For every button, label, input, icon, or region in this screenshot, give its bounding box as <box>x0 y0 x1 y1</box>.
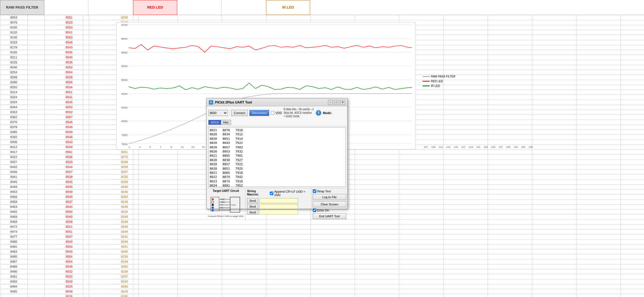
table-row: 8554 <box>55 70 83 75</box>
table-row: 8243 <box>111 289 138 294</box>
svg-text:1: 1 <box>129 146 130 148</box>
vdd-label: VDD <box>275 111 282 115</box>
table-row: 8228 <box>111 199 138 204</box>
table-row: 8268 <box>111 239 138 244</box>
table-row: 8378 <box>0 125 27 130</box>
table-row: 8533 <box>55 159 83 164</box>
table-row: 8549 <box>55 125 83 130</box>
disconnect-button[interactable]: Disconnect <box>249 110 269 116</box>
header-red-led: RED LED <box>133 0 177 15</box>
table-row: 8249 <box>111 229 138 234</box>
uart-info-text: 8 data bits - No parity - 1 Stop bit. AS… <box>284 107 314 118</box>
table-row: 8344 <box>0 105 27 110</box>
table-row: 8558 <box>55 219 83 224</box>
uart-toolbar: 9600 1200 2400 4800 19200 38400 57600 11… <box>207 106 347 126</box>
list-item: 802080537932 <box>210 149 344 154</box>
legend-red-line <box>423 81 430 82</box>
macro-input-3[interactable] <box>259 210 298 215</box>
table-row: 8545 <box>55 100 83 105</box>
table-row: 8120 <box>0 30 27 35</box>
table-row: 8234 <box>111 209 138 214</box>
table-row: 8268 <box>0 75 27 80</box>
uart-title-icon: P <box>209 100 213 105</box>
table-row: 8076 <box>0 20 27 25</box>
macro-send-3[interactable]: Send <box>247 210 258 215</box>
table-row: 8532 <box>55 274 83 279</box>
svg-point-43 <box>212 204 214 206</box>
table-row: 8554 <box>55 259 83 264</box>
svg-point-41 <box>212 198 214 200</box>
svg-text:8000: 8000 <box>121 120 128 123</box>
svg-text:8100: 8100 <box>121 106 128 109</box>
table-row: 8265 <box>111 294 138 297</box>
svg-text:8200: 8200 <box>121 92 128 95</box>
table-row: 8230 <box>111 254 138 259</box>
x-axis-right-labels: 1071091111131151171191211231251271291311… <box>424 146 533 148</box>
chart-legend: RAW PASS FILTER RED LED IR LED <box>423 75 455 89</box>
help-button[interactable]: ? <box>316 110 321 116</box>
svg-point-45 <box>212 209 214 211</box>
table-row: 8485 <box>0 254 27 259</box>
table-row: 8259 <box>111 164 138 169</box>
table-row: 8494 <box>0 284 27 289</box>
svg-point-44 <box>212 206 214 209</box>
table-row: 8535 <box>55 50 83 55</box>
exit-uart-button[interactable]: Exit UART Tool <box>313 213 346 219</box>
echo-on-checkbox[interactable] <box>313 208 316 212</box>
uart-maximize-button[interactable]: □ <box>334 100 339 105</box>
macro-send-1[interactable]: Send <box>247 198 258 203</box>
clear-screen-button[interactable]: Clear Screen <box>313 201 346 207</box>
table-row: 8353 <box>0 110 27 115</box>
table-row: 8249 <box>111 224 138 229</box>
macro-input-1[interactable] <box>259 198 298 203</box>
svg-text:7800: 7800 <box>121 143 128 146</box>
table-row: 8536 <box>55 154 83 159</box>
red-led-label: RED LED <box>147 5 163 9</box>
circuit-bottom-text: Connect PICkit 2 VDD & target VDD. <box>208 215 244 218</box>
list-item: 802080577903 <box>210 145 344 149</box>
table-row: 8540 <box>55 239 83 244</box>
table-row: 8534 <box>55 85 83 90</box>
table-row: 8489 <box>0 264 27 269</box>
table-row: 8537 <box>55 199 83 204</box>
table-row: 8469 <box>0 219 27 224</box>
ascii-mode-button[interactable]: ASCII <box>209 120 221 125</box>
uart-minimize-button[interactable]: – <box>328 100 333 105</box>
table-row: 8053 <box>0 15 27 20</box>
list-item: 802080387927 <box>210 158 344 162</box>
macro-input-2[interactable] <box>259 204 298 209</box>
append-crlf-text: Append CR+LF (x0D + x0A) <box>274 190 310 197</box>
baud-rate-select[interactable]: 9600 1200 2400 4800 19200 38400 57600 11… <box>208 110 228 116</box>
uart-title-text: PICkit 2Plus UART Tool <box>215 100 252 104</box>
table-row: 8477 <box>0 234 27 239</box>
string-macros-label: String Macros: <box>247 189 267 196</box>
append-crlf-checkbox[interactable] <box>270 192 273 195</box>
table-row: 8468 <box>0 214 27 219</box>
legend-ir-line <box>423 86 430 86</box>
list-item: 802080517914 <box>210 137 344 141</box>
table-row: 8547 <box>55 234 83 239</box>
table-row: 8422 <box>0 154 27 159</box>
table-row: 8546 <box>55 120 83 125</box>
table-row: 8195 <box>0 50 27 55</box>
table-row: 8528 <box>55 75 83 80</box>
log-to-file-button[interactable]: Log to File <box>313 194 346 200</box>
uart-close-button[interactable]: ✕ <box>340 100 345 105</box>
table-row: 8265 <box>111 264 138 269</box>
vdd-checkbox[interactable] <box>271 111 274 115</box>
table-row: 8543 <box>55 45 83 50</box>
wrap-text-checkbox[interactable] <box>313 189 316 193</box>
uart-macros-panel: String Macros: Append CR+LF (x0D + x0A) … <box>245 188 311 221</box>
spreadsheet: RAW PASS FILTER RED LED IR LED 805380768… <box>0 0 644 297</box>
table-row: 8551 <box>55 90 83 95</box>
hex-mode-button[interactable]: Hex <box>221 120 231 125</box>
list-item: 802180787918 <box>210 128 344 132</box>
table-row: 8540 <box>55 279 83 284</box>
table-row: 8553 <box>55 35 83 40</box>
table-row: 8417 <box>0 149 27 154</box>
ir-led-label: IR LED <box>282 5 294 9</box>
macro-send-2[interactable]: Send <box>247 204 258 209</box>
table-row: 8540 <box>55 249 83 254</box>
table-row: 8259 <box>111 179 138 184</box>
connect-button[interactable]: Connect <box>231 110 248 116</box>
